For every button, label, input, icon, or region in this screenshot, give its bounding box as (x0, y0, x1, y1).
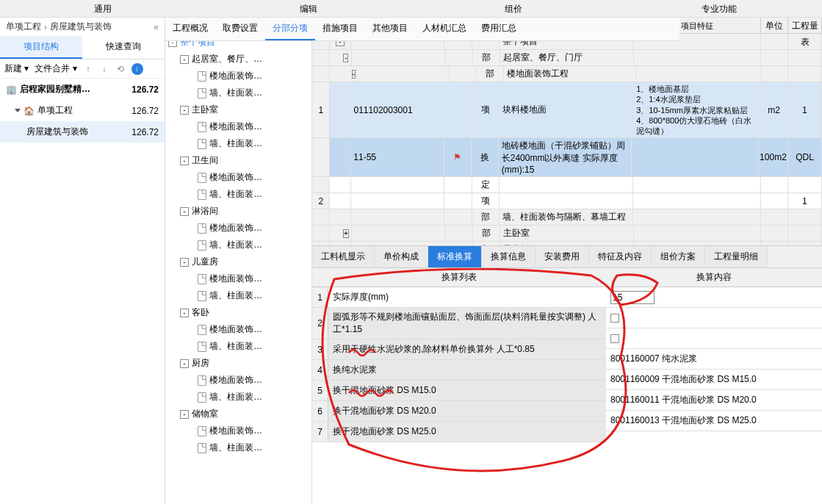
breadcrumb-a[interactable]: 单项工程 (6, 21, 41, 33)
conversion-content-row[interactable] (606, 308, 822, 328)
cell-mark[interactable] (444, 177, 472, 192)
refresh-icon[interactable]: ⟲ (115, 64, 126, 74)
conversion-content-row[interactable]: 8001160007 纯水泥浆 (606, 349, 822, 370)
expand-icon[interactable]: - (180, 106, 189, 115)
cell-feature[interactable] (633, 209, 760, 225)
conv-input[interactable] (610, 291, 655, 304)
conversion-row[interactable]: 1实际厚度(mm) (312, 287, 606, 308)
tab-project-structure[interactable]: 项目结构 (0, 36, 82, 59)
tree-node[interactable]: 墙、柱面装… (165, 287, 311, 304)
cell-name[interactable]: 主卧室 (500, 226, 634, 241)
bottom-tab-6[interactable]: 组价方案 (652, 246, 705, 267)
expand-icon[interactable]: - (180, 359, 189, 368)
grid-row[interactable]: -部楼地面装饰工程 (312, 66, 822, 82)
bottom-tab-5[interactable]: 特征及内容 (589, 246, 652, 267)
tree-node[interactable]: 墙、柱面装… (165, 186, 311, 203)
cell-mark[interactable] (444, 209, 472, 225)
grid-row[interactable]: +部主卧室 (312, 226, 822, 242)
cell-expand[interactable] (330, 177, 350, 192)
tree-node[interactable]: 楼地面装饰… (165, 169, 311, 186)
tree-node[interactable]: -起居室、餐厅、… (165, 51, 311, 68)
cell-expand[interactable]: - (330, 66, 357, 82)
menu-pro[interactable]: 专业功能 (616, 0, 822, 17)
tree-node[interactable]: 墙、柱面装… (165, 338, 311, 355)
conversion-content-row[interactable] (606, 328, 822, 349)
bottom-tab-4[interactable]: 安装费用 (536, 246, 589, 267)
cell-qty[interactable] (788, 50, 822, 65)
expand-icon[interactable]: - (180, 55, 189, 64)
tree-node[interactable]: -淋浴间 (165, 203, 311, 220)
cell-qty[interactable] (788, 177, 822, 192)
cell-qty[interactable]: 1 (788, 193, 822, 209)
tree-node[interactable]: 墙、柱面装… (165, 439, 311, 456)
cell-name[interactable]: 地砖楼地面（干混砂浆铺贴）周长2400mm以外离缝 实际厚度(mm):15 (499, 138, 632, 176)
bottom-tab-0[interactable]: 工料机显示 (312, 246, 375, 267)
tree-node[interactable]: 楼地面装饰… (165, 321, 311, 338)
cell-feature[interactable] (632, 138, 759, 176)
cell-name[interactable] (500, 193, 633, 209)
tree-node[interactable]: -储物室 (165, 406, 311, 422)
collapse-icon[interactable]: « (154, 22, 159, 32)
cell-feature[interactable] (636, 66, 762, 82)
conversion-row[interactable]: 5换干混地面砂浆 DS M15.0 (312, 381, 606, 401)
cell-name[interactable]: 楼地面装饰工程 (504, 66, 636, 82)
cell-qty[interactable] (788, 34, 822, 49)
grid-row[interactable]: 1011102003001项块料楼地面1、楼地面基层 2、1:4水泥浆垫层 3、… (312, 82, 822, 138)
cell-expand[interactable]: - (330, 50, 352, 65)
cell-feature[interactable] (634, 50, 761, 65)
grid-row[interactable]: 2项1 (312, 193, 822, 209)
tree-node[interactable]: 楼地面装饰… (165, 270, 311, 287)
merge-button[interactable]: 文件合并 ▾ (35, 62, 76, 75)
conversion-row[interactable]: 4换纯水泥浆 (312, 360, 606, 381)
expand-icon[interactable]: - (180, 410, 189, 419)
cell-expand[interactable] (330, 209, 350, 225)
tree-node[interactable]: 楼地面装饰… (165, 118, 311, 135)
conversion-row[interactable]: 6换干混地面砂浆 DS M20.0 (312, 401, 606, 422)
tree-node[interactable]: -主卧室 (165, 101, 311, 118)
tree-node[interactable]: -客卧 (165, 304, 311, 321)
tree-node[interactable]: 楼地面装饰… (165, 220, 311, 237)
cell-expand[interactable] (330, 82, 350, 137)
main-tab-6[interactable]: 费用汇总 (474, 18, 524, 40)
checkbox[interactable] (610, 334, 619, 343)
tree-node[interactable]: -儿童房 (165, 253, 311, 270)
bottom-tab-7[interactable]: 工程量明细 (705, 246, 768, 267)
grid-row[interactable]: -部起居室、餐厅、门厅 (312, 50, 822, 66)
project-row[interactable]: 🏠单项工程126.72 (0, 100, 165, 121)
tree-node[interactable]: -卫生间 (165, 152, 311, 169)
cell-mark[interactable] (444, 82, 472, 137)
project-row[interactable]: 房屋建筑与装饰126.72 (0, 121, 165, 143)
cell-expand[interactable]: + (330, 226, 352, 241)
menu-general[interactable]: 通用 (0, 0, 206, 17)
conversion-row[interactable]: 7换干混地面砂浆 DS M25.0 (312, 422, 606, 442)
cell-code[interactable] (351, 193, 445, 209)
cell-code[interactable] (351, 209, 445, 225)
cell-mark[interactable] (444, 193, 472, 209)
cell-qty[interactable]: QDL (788, 138, 822, 176)
cell-feature[interactable] (633, 177, 760, 192)
col-unit[interactable]: 单位 (761, 18, 788, 33)
menu-price[interactable]: 组价 (411, 0, 617, 17)
bottom-tab-1[interactable]: 单价构成 (375, 246, 428, 267)
conversion-content-row[interactable] (606, 287, 822, 308)
cell-code[interactable]: 011102003001 (351, 82, 445, 137)
cell-code[interactable]: 11-55 (350, 138, 444, 176)
cell-qty[interactable] (788, 209, 822, 225)
cell-mark[interactable] (450, 66, 477, 82)
grid-row[interactable]: 定 (312, 177, 822, 193)
download-icon[interactable]: ↓ (131, 63, 143, 75)
cell-mark[interactable] (446, 226, 473, 241)
tree-node[interactable]: 楼地面装饰… (165, 422, 311, 439)
up-icon[interactable]: ↑ (83, 64, 93, 74)
cell-code[interactable] (352, 50, 446, 65)
expand-icon[interactable]: - (180, 156, 189, 165)
tree-node[interactable]: 墙、柱面装… (165, 135, 311, 152)
down-icon[interactable]: ↓ (99, 64, 109, 74)
cell-expand[interactable] (330, 138, 350, 176)
grid-row[interactable]: 11-55⚑换地砖楼地面（干混砂浆铺贴）周长2400mm以外离缝 实际厚度(mm… (312, 138, 822, 177)
main-tab-5[interactable]: 人材机汇总 (415, 18, 474, 40)
tree-node[interactable]: -厨房 (165, 355, 311, 372)
cell-qty[interactable]: 1 (788, 82, 822, 137)
conversion-row[interactable]: 2圆弧形等不规则楼地面镶贴面层、饰面面层(块料消耗量按实调整) 人工*1.15 (312, 308, 606, 339)
cell-qty[interactable] (788, 226, 822, 241)
